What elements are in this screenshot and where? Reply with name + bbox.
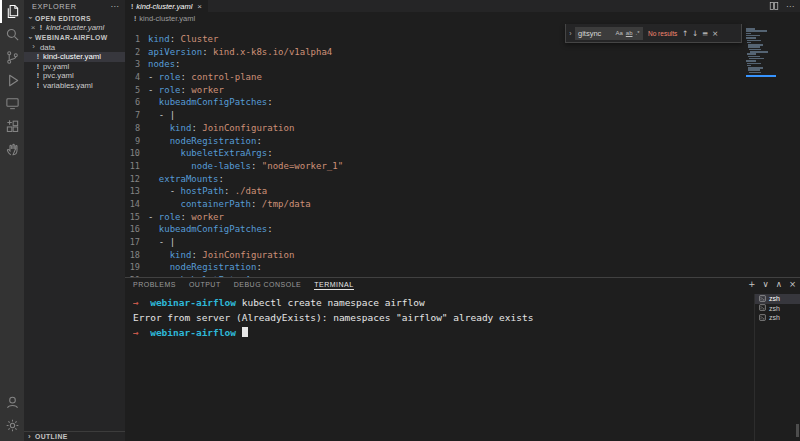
terminal-line: → webinar-airflow kubectl create namespa… — [133, 295, 750, 310]
code-line[interactable]: 2apiVersion: kind.x-k8s.io/v1alpha4 — [125, 46, 800, 59]
code-line[interactable]: 17 - | — [125, 236, 800, 249]
code-line[interactable]: 18 kind: JoinConfiguration — [125, 249, 800, 262]
tab-label: kind-cluster.yaml — [136, 2, 192, 11]
regex-icon[interactable]: .* — [634, 30, 641, 36]
code-line[interactable]: 11 node-labels: "node=worker_1" — [125, 160, 800, 173]
minimap-line — [746, 30, 767, 32]
previous-match-icon[interactable]: ↑ — [680, 29, 690, 38]
settings-gear-icon[interactable] — [0, 414, 24, 437]
terminal-output[interactable]: → webinar-airflow kubectl create namespa… — [133, 295, 750, 441]
file-label: data — [40, 43, 55, 52]
sidebar-item-pvc-yaml[interactable]: !pvc.yaml — [24, 71, 125, 81]
open-editors-header[interactable]: › OPEN EDITORS — [24, 13, 125, 23]
remote-explorer-icon[interactable] — [0, 92, 24, 115]
code-line[interactable]: 9 nodeRegistration: — [125, 135, 800, 148]
more-actions-icon[interactable]: ⋯ — [110, 2, 119, 11]
sidebar-item-kind-cluster-yaml[interactable]: !kind-cluster.yaml — [24, 52, 125, 62]
find-in-selection-icon[interactable]: ≡ — [700, 29, 710, 38]
panel-tab-output[interactable]: OUTPUT — [189, 281, 221, 289]
terminal-instance-icon — [759, 314, 766, 322]
close-tab-icon[interactable]: × — [197, 2, 202, 11]
code-text: apiVersion: kind.x-k8s.io/v1alpha4 — [148, 46, 332, 59]
code-line[interactable]: 14 containerPath: /tmp/data — [125, 198, 800, 211]
code-line[interactable]: 16 kubeadmConfigPatches: — [125, 223, 800, 236]
code-line[interactable]: 19 nodeRegistration: — [125, 261, 800, 274]
terminal-instance-label: zsh — [769, 295, 780, 302]
code-line[interactable]: 4- role: control-plane — [125, 71, 800, 84]
code-line[interactable]: 13 - hostPath: ./data — [125, 185, 800, 198]
line-number: 15 — [125, 211, 140, 224]
close-find-icon[interactable]: × — [710, 29, 720, 38]
panel-tab-terminal[interactable]: TERMINAL — [314, 281, 353, 290]
chevron-down-icon[interactable]: ∨ — [762, 279, 768, 289]
yaml-file-icon: ! — [39, 24, 43, 31]
match-case-icon[interactable]: Aa — [614, 30, 624, 36]
minimap-line — [747, 65, 751, 67]
code-line[interactable]: 8 kind: JoinConfiguration — [125, 122, 800, 135]
new-terminal-icon[interactable]: + — [748, 279, 755, 289]
open-editor-item[interactable]: ×!kind-cluster.yaml — [24, 23, 125, 33]
yaml-file-icon: ! — [36, 53, 40, 60]
explorer-icon[interactable] — [0, 0, 24, 23]
find-widget: › gitsync Aa ab .* No results ↑ ↓ ≡ × — [565, 24, 742, 43]
code-text: kubeadmConfigPatches: — [148, 96, 273, 109]
code-editor[interactable]: 1kind: Cluster2apiVersion: kind.x-k8s.io… — [125, 25, 800, 277]
source-control-icon[interactable] — [0, 46, 24, 69]
code-line[interactable]: 15- role: worker — [125, 211, 800, 224]
minimap-line — [748, 44, 763, 46]
liveshare-icon[interactable] — [0, 138, 24, 161]
tab-kind-cluster-yaml[interactable]: ! kind-cluster.yaml × — [125, 0, 208, 12]
sidebar-item-variables-yaml[interactable]: !variables.yaml — [24, 81, 125, 91]
code-text: - role: control-plane — [148, 71, 262, 84]
close-panel-icon[interactable]: × — [789, 279, 796, 289]
file-label: kind-cluster.yaml — [43, 52, 101, 61]
terminal-list-item[interactable]: zsh — [755, 313, 800, 323]
yaml-file-icon: ! — [36, 72, 40, 79]
extensions-icon[interactable] — [0, 115, 24, 138]
sidebar-item-data[interactable]: ›data — [24, 43, 125, 53]
search-icon[interactable] — [0, 23, 24, 46]
account-icon[interactable] — [0, 391, 24, 414]
activity-bar-bottom — [0, 391, 24, 437]
terminal-list-item[interactable]: zsh — [755, 304, 800, 314]
minimap-line — [749, 72, 760, 74]
line-number: 13 — [125, 185, 140, 198]
open-editor-label: kind-cluster.yaml — [46, 23, 104, 32]
more-actions-icon[interactable]: ⋯ — [786, 2, 794, 11]
code-line[interactable]: 6 kubeadmConfigPatches: — [125, 96, 800, 109]
code-line[interactable]: 10 kubeletExtraArgs: — [125, 147, 800, 160]
breadcrumb-file: kind-cluster.yaml — [139, 14, 195, 23]
sidebar-item-pv-yaml[interactable]: !pv.yaml — [24, 62, 125, 72]
line-number: 18 — [125, 249, 140, 262]
workspace-folder-header[interactable]: › WEBINAR-AIRFLOW — [24, 33, 125, 43]
code-text: - | — [148, 109, 175, 122]
panel-tab-debug-console[interactable]: DEBUG CONSOLE — [234, 281, 302, 289]
yaml-file-icon: ! — [36, 82, 40, 89]
maximize-panel-icon[interactable]: ∧ — [776, 279, 782, 289]
code-line[interactable]: 3nodes: — [125, 58, 800, 71]
terminal-line: → webinar-airflow — [133, 325, 750, 340]
code-text: kubeletExtraArgs: — [148, 147, 273, 160]
code-line[interactable]: 12 extraMounts: — [125, 173, 800, 186]
whole-word-icon[interactable]: ab — [624, 30, 634, 36]
code-text: extraMounts: — [148, 173, 224, 186]
line-number: 16 — [125, 223, 140, 236]
split-editor-icon[interactable] — [769, 0, 779, 15]
code-text: nodeRegistration: — [148, 135, 262, 148]
terminal-list-scrollbar[interactable] — [796, 424, 799, 437]
code-line[interactable]: 7 - | — [125, 109, 800, 122]
run-debug-icon[interactable] — [0, 69, 24, 92]
code-line[interactable]: 5- role: worker — [125, 84, 800, 97]
find-input[interactable]: gitsync Aa ab .* — [575, 27, 643, 40]
line-number: 2 — [125, 46, 140, 59]
code-text: nodes: — [148, 58, 181, 71]
terminal-list-item[interactable]: zsh — [755, 294, 800, 304]
minimap-line — [748, 67, 763, 69]
close-editor-icon[interactable]: × — [30, 23, 36, 32]
outline-section-header[interactable]: › OUTLINE — [24, 431, 125, 441]
panel-tab-problems[interactable]: PROBLEMS — [133, 281, 176, 289]
line-number: 5 — [125, 84, 140, 97]
minimap[interactable] — [746, 26, 770, 96]
toggle-replace-icon[interactable]: › — [566, 24, 575, 42]
next-match-icon[interactable]: ↓ — [690, 29, 700, 38]
